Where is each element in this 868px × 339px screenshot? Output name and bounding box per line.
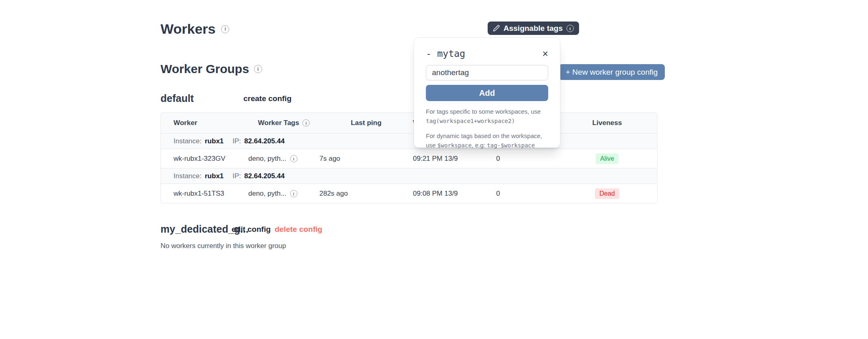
page-title-text: Workers: [161, 21, 215, 37]
help1-text: For tags specific to some workspaces, us…: [426, 108, 541, 115]
instance-name: rubx1: [205, 137, 224, 145]
instance-row: Instance: rubx1 IP: 82.64.205.44: [161, 133, 657, 149]
worker-groups-title: Worker Groups i: [161, 62, 262, 76]
worker-name: wk-rubx1-323GV: [161, 155, 248, 163]
worker-start-value: 09:08 PM 13/9: [413, 190, 496, 198]
assignable-tags-button[interactable]: Assignable tags i: [488, 22, 579, 35]
create-config-link[interactable]: create config: [243, 94, 291, 103]
group-name-default: default: [161, 93, 243, 104]
help1-code: tag(workspace1+workspace2): [426, 118, 515, 124]
worker-tags-value: deno, pyth...: [248, 190, 286, 198]
col-header-last-ping: Last ping: [351, 119, 382, 127]
jobs-ran-value: 0: [496, 190, 557, 198]
empty-group-message: No workers currently in this worker grou…: [161, 242, 286, 250]
col-header-worker-tags: Worker Tags i: [258, 119, 310, 127]
col-header-worker: Worker: [161, 119, 248, 127]
worker-tags-row-info-icon[interactable]: i: [290, 190, 297, 197]
new-worker-group-config-button[interactable]: + New worker group config: [559, 64, 665, 80]
worker-row: wk-rubx1-51TS3 deno, pyth... i 282s ago …: [161, 184, 657, 203]
new-tag-input[interactable]: [426, 65, 548, 80]
tag-list-item: - mytag: [426, 48, 465, 59]
ip-value: 82.64.205.44: [244, 172, 284, 180]
tags-help-dynamic: For dynamic tags based on the workspace,…: [426, 132, 548, 150]
worker-tags-cell: deno, pyth... i: [248, 155, 319, 163]
tags-help-workspaces: For tags specific to some workspaces, us…: [426, 107, 548, 125]
worker-tags-cell: deno, pyth... i: [248, 190, 319, 198]
help2-mid: , e.g:: [472, 142, 485, 149]
edit-config-link[interactable]: edit config: [232, 225, 275, 234]
assignable-tags-popover: - mytag × Add For tags specific to some …: [414, 37, 560, 148]
worker-row: wk-rubx1-323GV deno, pyth... i 7s ago 09…: [161, 149, 657, 168]
delete-config-link[interactable]: delete config: [275, 225, 322, 234]
ip-label: IP:: [232, 172, 241, 180]
instance-name: rubx1: [205, 172, 224, 180]
worker-start-value: 09:21 PM 13/9: [413, 155, 496, 163]
worker-name: wk-rubx1-51TS3: [161, 190, 248, 198]
instance-label: Instance:: [174, 172, 202, 180]
help2-code2: tag-$workspace: [487, 142, 535, 149]
last-ping-value: 282s ago: [319, 190, 413, 198]
ip-value: 82.64.205.44: [244, 137, 284, 145]
close-icon[interactable]: ×: [542, 49, 548, 59]
group-name-dedicated: my_dedicated_g...: [161, 223, 232, 235]
worker-tags-row-info-icon[interactable]: i: [290, 155, 297, 162]
instance-label: Instance:: [174, 137, 202, 145]
worker-groups-info-icon[interactable]: i: [254, 65, 262, 73]
group-header-dedicated: my_dedicated_g... edit config delete con…: [161, 223, 322, 235]
jobs-ran-value: 0: [496, 155, 557, 163]
worker-tags-info-icon[interactable]: i: [302, 119, 310, 127]
group-header-default: default create config: [161, 93, 291, 104]
page-title: Workers i: [161, 21, 229, 37]
help2-code1: $workspace: [437, 142, 471, 149]
pencil-icon: [493, 25, 500, 32]
col-header-worker-tags-label: Worker Tags: [258, 119, 299, 127]
liveness-badge: Alive: [596, 153, 619, 164]
topbar-controls: Assignable tags i global cache to s3 i: [488, 22, 579, 35]
assignable-tags-info-icon[interactable]: i: [566, 25, 574, 32]
table-header-row: Worker Worker Tags i Last ping W Livenes…: [161, 113, 657, 133]
instance-row: Instance: rubx1 IP: 82.64.205.44: [161, 168, 657, 184]
popover-header: - mytag ×: [426, 48, 548, 59]
worker-groups-title-text: Worker Groups: [161, 62, 249, 76]
workers-info-icon[interactable]: i: [221, 25, 229, 33]
col-header-liveness: Liveness: [592, 119, 622, 127]
assignable-tags-label: Assignable tags: [503, 24, 563, 33]
ip-label: IP:: [232, 137, 241, 145]
workers-table: Worker Worker Tags i Last ping W Livenes…: [161, 112, 658, 203]
last-ping-value: 7s ago: [319, 155, 413, 163]
liveness-badge: Dead: [595, 188, 619, 199]
add-tag-button[interactable]: Add: [426, 85, 548, 101]
worker-tags-value: deno, pyth...: [248, 155, 286, 163]
